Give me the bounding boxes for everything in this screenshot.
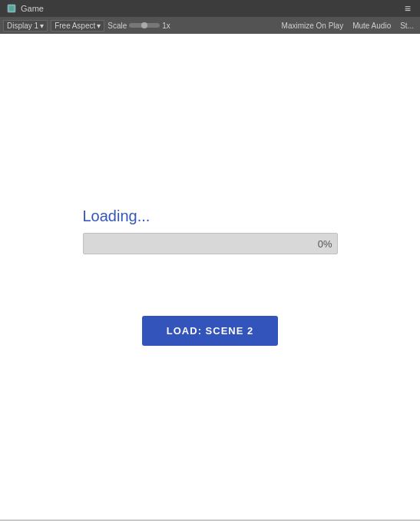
title-bar-title: Game (21, 4, 402, 13)
stats-button[interactable]: St... (397, 21, 417, 31)
progress-text: 0% (318, 238, 332, 250)
toolbar: Display 1 ▾ Free Aspect ▾ Scale 1x Maxim… (0, 17, 420, 34)
display-dropdown[interactable]: Display 1 ▾ (3, 20, 48, 32)
game-viewport: Loading... 0% LOAD: SCENE 2 (0, 34, 420, 519)
title-bar-menu-button[interactable]: ≡ (402, 2, 414, 15)
game-icon (6, 3, 17, 14)
maximize-on-play-button[interactable]: Maximize On Play (279, 21, 347, 31)
aspect-label: Aspect (72, 22, 96, 30)
scale-value: 1x (162, 22, 170, 30)
scale-slider[interactable] (129, 23, 160, 28)
display-label: Display 1 (7, 22, 38, 30)
scale-slider-thumb (141, 22, 147, 28)
aspect-free-label: Free (55, 22, 71, 30)
loading-text: Loading... (83, 207, 150, 225)
loading-container: Loading... 0% (83, 207, 338, 254)
mute-audio-button[interactable]: Mute Audio (349, 21, 394, 31)
display-dropdown-arrow: ▾ (40, 22, 44, 30)
progress-bar: 0% (83, 233, 338, 254)
aspect-dropdown[interactable]: Free Aspect ▾ (51, 20, 104, 32)
title-bar: Game ≡ (0, 0, 420, 17)
unity-game-window: Game ≡ Display 1 ▾ Free Aspect ▾ Scale 1… (0, 0, 420, 521)
load-scene-button[interactable]: LOAD: SCENE 2 (142, 316, 278, 346)
svg-rect-1 (9, 6, 14, 11)
scale-label: Scale (107, 22, 127, 30)
aspect-dropdown-arrow: ▾ (97, 22, 101, 30)
scale-control: Scale 1x (107, 22, 170, 30)
